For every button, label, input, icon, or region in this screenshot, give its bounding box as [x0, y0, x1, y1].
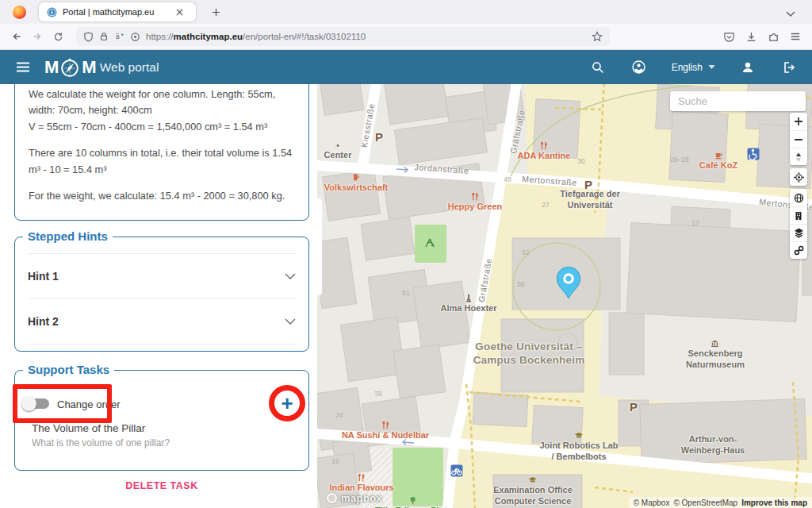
- logo-letter: M: [44, 57, 58, 78]
- support-task-subtitle: What is the volume of one pillar?: [32, 437, 170, 448]
- mapbox-logo[interactable]: mapbox: [327, 492, 382, 504]
- url-text[interactable]: https://mathcitymap.eu/en/portal-en/#!/t…: [146, 32, 586, 41]
- menu-icon[interactable]: [790, 31, 801, 42]
- delete-task-button[interactable]: DELETE TASK: [14, 480, 309, 491]
- tracking-shield-icon[interactable]: [83, 32, 94, 42]
- map-search-input[interactable]: [670, 91, 806, 111]
- mcm-logo[interactable]: M M: [44, 56, 96, 79]
- window-chevron-icon[interactable]: [782, 6, 799, 23]
- hint-1-label: Hint 1: [28, 270, 59, 283]
- support-task-item[interactable]: The Volume of the Pillar What is the vol…: [32, 422, 170, 448]
- user-account-icon[interactable]: [739, 59, 756, 76]
- language-selector[interactable]: English: [672, 62, 715, 73]
- chevron-down-icon: [708, 65, 715, 69]
- sidebar-menu-icon[interactable]: [14, 59, 32, 76]
- wheelchair-access-icon: [748, 148, 760, 160]
- search-icon[interactable]: [589, 59, 607, 76]
- forward-button[interactable]: [29, 28, 46, 45]
- share-link-button[interactable]: [790, 241, 807, 259]
- bicycle-icon: [451, 465, 463, 477]
- mapbox-logo-text: mapbox: [341, 492, 382, 504]
- answer-text: We calculate the weight for one column. …: [29, 87, 295, 135]
- support-task-title: The Volume of the Pillar: [32, 422, 170, 434]
- back-button[interactable]: [8, 28, 25, 45]
- answer-text: For the weight, we calculate: 15.4 m³ - …: [29, 188, 295, 204]
- location-permission-icon[interactable]: [130, 32, 140, 42]
- map-attribution: © Mapbox © OpenStreetMap Improve this ma…: [629, 497, 812, 508]
- browser-tab[interactable]: Portal | mathcitymap.eu: [39, 2, 196, 21]
- chevron-down-icon[interactable]: [285, 273, 296, 279]
- globe-style-button[interactable]: [790, 189, 807, 206]
- hint-2-label: Hint 2: [28, 315, 59, 328]
- change-order-toggle[interactable]: [24, 398, 49, 409]
- layers-button[interactable]: [790, 224, 807, 241]
- zoom-in-button[interactable]: [790, 113, 807, 130]
- language-label: English: [672, 62, 703, 73]
- logout-icon[interactable]: [780, 59, 798, 76]
- mapbox-logo-icon: [327, 493, 337, 503]
- tab-close-icon[interactable]: [170, 3, 188, 21]
- zoom-out-button[interactable]: [790, 130, 807, 148]
- logo-letter: M: [82, 57, 95, 78]
- new-tab-button[interactable]: [207, 3, 224, 21]
- tab-title: Portal | mathcitymap.eu: [63, 7, 154, 17]
- locate-me-button[interactable]: [790, 168, 807, 186]
- extensions-icon[interactable]: [768, 31, 779, 43]
- translate-icon[interactable]: ā: [114, 32, 124, 42]
- zoom-controls: [790, 113, 807, 165]
- compass-icon: [59, 56, 81, 79]
- tilt-compass-button[interactable]: [790, 148, 807, 165]
- task-panel: We calculate the weight for one column. …: [0, 84, 317, 508]
- map-style-controls: [790, 189, 807, 259]
- improve-map-link[interactable]: Improve this map: [741, 498, 807, 507]
- download-icon[interactable]: [745, 31, 757, 43]
- stepped-hints-box: Stepped Hints Hint 1 Hint 2: [14, 237, 309, 352]
- site-favicon: [47, 7, 57, 17]
- change-order-label: Change order: [57, 398, 121, 410]
- buildings-3d-button[interactable]: [790, 206, 807, 224]
- support-inbox-icon[interactable]: [630, 59, 648, 76]
- chevron-down-icon[interactable]: [285, 318, 296, 325]
- bookmark-star-icon[interactable]: [592, 31, 603, 42]
- firefox-icon[interactable]: [13, 6, 26, 19]
- add-support-task-button[interactable]: +: [274, 391, 300, 416]
- locate-control: [790, 168, 807, 186]
- reload-button[interactable]: [49, 28, 67, 45]
- answer-text: There are 10 columns in total, i.e. thei…: [29, 145, 295, 178]
- hint-1-row[interactable]: Hint 1: [28, 254, 296, 299]
- url-bar[interactable]: ā https://mathcitymap.eu/en/portal-en/#!…: [76, 27, 610, 46]
- mapbox-attribution-link[interactable]: © Mapbox: [634, 498, 670, 507]
- support-tasks-legend: Support Tasks: [23, 363, 114, 376]
- svg-text:ā: ā: [116, 33, 120, 40]
- hint-2-row[interactable]: Hint 2: [28, 299, 296, 344]
- pocket-icon[interactable]: [723, 31, 735, 43]
- browser-tab-bar: Portal | mathcitymap.eu: [0, 0, 812, 24]
- support-tasks-box: Support Tasks: [14, 370, 309, 471]
- app-navbar: M M Web portal English: [0, 50, 812, 84]
- stepped-hints-legend: Stepped Hints: [23, 229, 113, 243]
- basemap: [317, 84, 812, 508]
- brand-title: Web portal: [100, 60, 159, 75]
- browser-window: Portal | mathcitymap.eu: [0, 0, 812, 508]
- lock-icon[interactable]: [99, 32, 109, 41]
- sample-solution-box: We calculate the weight for one column. …: [14, 84, 309, 221]
- map[interactable]: KiesstraßeJordanstraßeGräfstraßeMertonst…: [317, 84, 812, 508]
- browser-toolbar: ā https://mathcitymap.eu/en/portal-en/#!…: [0, 24, 812, 50]
- osm-attribution-link[interactable]: © OpenStreetMap: [673, 498, 737, 507]
